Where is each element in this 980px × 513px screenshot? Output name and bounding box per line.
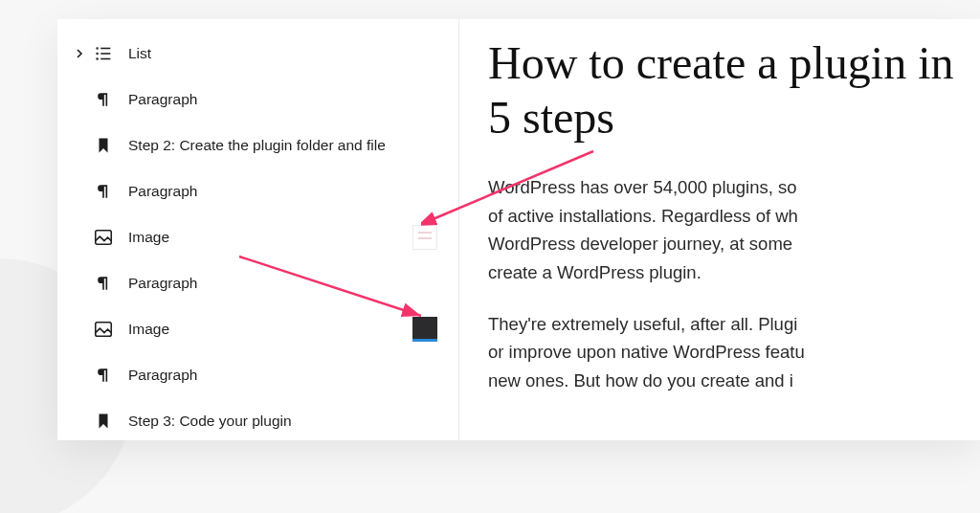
block-item-paragraph[interactable]: Paragraph — [57, 77, 458, 123]
editor-panel: List Paragraph Step 2: Create the plugin… — [57, 19, 980, 440]
block-item-image[interactable]: Image — [57, 306, 458, 352]
paragraph-text: They're extremely useful, after all. Plu… — [488, 310, 980, 395]
block-item-image[interactable]: Image — [57, 214, 458, 260]
svg-rect-7 — [96, 323, 112, 337]
block-label: Paragraph — [128, 367, 197, 384]
image-thumbnail-light — [412, 225, 437, 250]
block-item-paragraph[interactable]: Paragraph — [57, 352, 458, 398]
heading-icon — [92, 410, 115, 433]
block-label: Step 3: Code your plugin — [128, 413, 292, 430]
svg-point-4 — [97, 54, 98, 55]
block-item-list[interactable]: List — [57, 31, 458, 77]
editor-content: How to create a plugin in 5 steps WordPr… — [459, 19, 980, 440]
block-item-heading[interactable]: Step 3: Code your plugin — [57, 398, 458, 440]
block-item-heading[interactable]: Step 2: Create the plugin folder and fil… — [57, 123, 458, 168]
block-label: List — [128, 45, 151, 62]
svg-rect-6 — [96, 231, 112, 245]
paragraph-text: WordPress has over 54,000 plugins, so of… — [488, 173, 980, 286]
block-list-sidebar: List Paragraph Step 2: Create the plugin… — [57, 19, 459, 440]
image-thumbnail-dark — [412, 317, 437, 342]
block-item-paragraph[interactable]: Paragraph — [57, 168, 458, 214]
image-icon — [92, 226, 115, 249]
svg-point-3 — [97, 48, 98, 49]
image-icon — [92, 318, 115, 341]
svg-point-5 — [97, 58, 98, 59]
block-label: Image — [128, 321, 169, 338]
block-label: Paragraph — [128, 91, 197, 108]
heading-icon — [92, 134, 115, 157]
paragraph-icon — [92, 88, 115, 111]
chevron-right-icon — [73, 49, 86, 58]
block-label: Paragraph — [128, 275, 197, 292]
block-label: Step 2: Create the plugin folder and fil… — [128, 137, 386, 154]
paragraph-icon — [92, 180, 115, 203]
paragraph-icon — [92, 364, 115, 387]
page-title: How to create a plugin in 5 steps — [488, 36, 980, 145]
block-label: Image — [128, 229, 169, 246]
block-label: Paragraph — [128, 183, 197, 200]
list-icon — [92, 42, 115, 65]
paragraph-icon — [92, 272, 115, 295]
block-item-paragraph[interactable]: Paragraph — [57, 260, 458, 306]
